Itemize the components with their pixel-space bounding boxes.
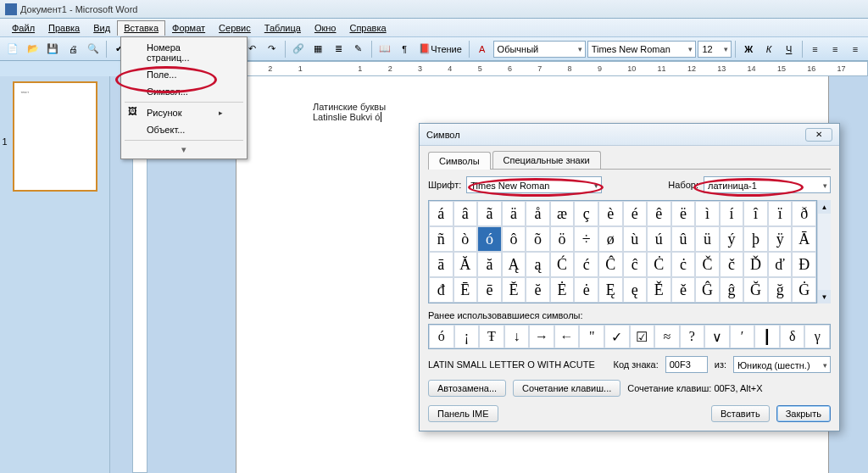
char-cell[interactable]: Ć [550, 252, 575, 277]
char-cell[interactable]: ē [477, 277, 502, 303]
recent-char-cell[interactable]: ← [554, 325, 580, 348]
char-cell[interactable]: Ĕ [502, 277, 526, 303]
recent-char-cell[interactable]: ? [680, 325, 705, 348]
autocorrect-button[interactable]: Автозамена... [428, 380, 506, 397]
char-cell[interactable]: ì [695, 201, 720, 226]
char-cell[interactable]: é [623, 201, 648, 226]
char-cell[interactable]: ò [453, 226, 478, 252]
columns-button[interactable]: ≣ [329, 40, 348, 58]
recent-char-cell[interactable]: ó [429, 325, 454, 348]
menu-symbol[interactable]: Символ... [123, 83, 245, 100]
code-input[interactable] [665, 356, 708, 373]
recent-char-cell[interactable]: δ [780, 325, 805, 348]
char-cell[interactable]: þ [743, 226, 768, 252]
table-button[interactable]: ▦ [309, 40, 327, 58]
char-cell[interactable]: č [720, 252, 744, 277]
font-select[interactable]: Times New Roman [466, 176, 602, 193]
ime-panel-button[interactable]: Панель IME [428, 405, 498, 422]
tab-special[interactable]: Специальные знаки [492, 151, 601, 169]
bold-button[interactable]: Ж [739, 40, 758, 58]
menu-tools[interactable]: Сервис [212, 20, 258, 36]
grid-scrollbar[interactable]: ▲ ▼ [817, 200, 831, 303]
char-cell[interactable]: ā [429, 252, 453, 277]
doc-map-button[interactable]: 📖 [376, 40, 394, 58]
char-cell[interactable]: ÿ [768, 226, 793, 252]
char-cell[interactable]: ę [623, 277, 648, 303]
italic-button[interactable]: К [760, 40, 778, 58]
reading-button[interactable]: 📕 Чтение [415, 40, 465, 58]
open-button[interactable]: 📂 [24, 40, 42, 58]
drawing-button[interactable]: ✎ [349, 40, 368, 58]
align-right-button[interactable]: ≡ [846, 40, 865, 58]
menu-table[interactable]: Таблица [258, 20, 308, 36]
menu-page-numbers[interactable]: Номера страниц... [123, 39, 245, 66]
char-cell[interactable]: ã [477, 201, 502, 226]
redo-button[interactable]: ↷ [263, 40, 281, 58]
menu-help[interactable]: Справка [342, 20, 392, 36]
menu-view[interactable]: Вид [86, 20, 117, 36]
char-cell[interactable]: Ĝ [695, 277, 720, 303]
save-button[interactable]: 💾 [44, 40, 63, 58]
char-cell[interactable]: ü [695, 226, 720, 252]
char-cell[interactable]: Ġ [792, 277, 816, 303]
shortcut-key-button[interactable]: Сочетание клавиш... [513, 380, 620, 397]
tab-symbols[interactable]: Символы [428, 152, 491, 170]
char-cell[interactable]: ù [623, 226, 648, 252]
char-cell[interactable]: á [429, 201, 453, 226]
char-cell[interactable]: ö [550, 226, 575, 252]
char-cell[interactable]: û [671, 226, 696, 252]
char-cell[interactable]: ą [526, 252, 550, 277]
char-cell[interactable]: î [743, 201, 768, 226]
subset-select[interactable]: латиница-1 [704, 176, 831, 193]
recent-characters-grid[interactable]: ó¡Ŧ↓→←"✓☑≈?∨′┃δγ [428, 324, 831, 349]
char-cell[interactable]: Ě [647, 277, 671, 303]
char-cell[interactable]: ă [477, 252, 502, 277]
char-cell[interactable]: ð [792, 201, 816, 226]
show-hide-button[interactable]: ¶ [395, 40, 414, 58]
char-cell[interactable]: æ [550, 201, 575, 226]
char-cell[interactable]: ė [574, 277, 598, 303]
char-cell[interactable]: Ċ [647, 252, 671, 277]
char-cell[interactable]: ĝ [720, 277, 744, 303]
char-cell[interactable]: Ğ [743, 277, 768, 303]
char-cell[interactable]: í [720, 201, 744, 226]
char-cell[interactable]: Ď [743, 252, 768, 277]
char-cell[interactable]: ğ [768, 277, 793, 303]
char-cell[interactable]: đ [429, 277, 453, 303]
menu-insert[interactable]: Вставка [117, 20, 165, 36]
scroll-up-icon[interactable]: ▲ [818, 200, 831, 214]
menu-edit[interactable]: Правка [42, 20, 86, 36]
font-combo[interactable]: Times New Roman [587, 41, 697, 58]
char-cell[interactable]: ï [768, 201, 793, 226]
char-cell[interactable]: ô [502, 226, 526, 252]
char-cell[interactable]: Ę [598, 277, 623, 303]
char-cell[interactable]: ä [502, 201, 526, 226]
recent-char-cell[interactable]: ≈ [654, 325, 680, 348]
recent-char-cell[interactable]: → [529, 325, 554, 348]
from-select[interactable]: Юникод (шестн.) [733, 356, 831, 373]
menu-picture[interactable]: 🖼 Рисунок▸ [123, 104, 245, 121]
menu-expand-icon[interactable]: ▾ [123, 142, 245, 157]
font-color-button[interactable]: A [473, 40, 492, 58]
char-cell[interactable]: â [453, 201, 478, 226]
char-cell[interactable]: õ [526, 226, 550, 252]
char-cell[interactable]: Ė [550, 277, 575, 303]
char-cell[interactable]: Ā [792, 226, 816, 252]
char-cell[interactable]: ĉ [623, 252, 648, 277]
underline-button[interactable]: Ч [780, 40, 798, 58]
menu-window[interactable]: Окно [308, 20, 343, 36]
print-preview-button[interactable]: 🔍 [84, 40, 103, 58]
char-cell[interactable]: Ą [502, 252, 526, 277]
recent-char-cell[interactable]: ′ [730, 325, 755, 348]
new-doc-button[interactable]: 📄 [3, 40, 22, 58]
size-combo[interactable]: 12 [698, 41, 732, 58]
char-cell[interactable]: ć [574, 252, 598, 277]
recent-char-cell[interactable]: ✓ [604, 325, 630, 348]
char-cell[interactable]: ø [598, 226, 623, 252]
char-cell[interactable]: ç [574, 201, 598, 226]
char-cell[interactable]: ý [720, 226, 744, 252]
recent-char-cell[interactable]: ↓ [504, 325, 530, 348]
scroll-down-icon[interactable]: ▼ [818, 290, 831, 303]
char-cell[interactable]: ÷ [574, 226, 598, 252]
recent-char-cell[interactable]: " [579, 325, 604, 348]
